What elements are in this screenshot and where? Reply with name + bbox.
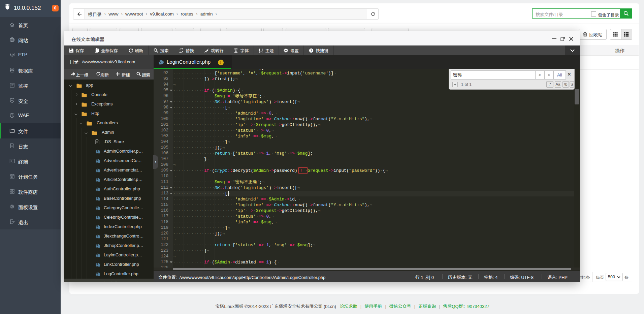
svg-text:?: ?: [310, 49, 312, 52]
